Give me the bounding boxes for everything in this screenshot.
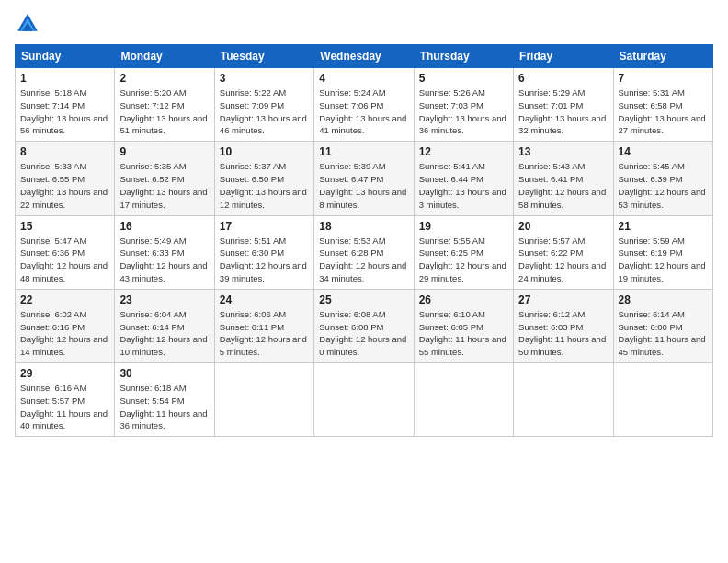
day-number: 30 (119, 367, 209, 380)
calendar-cell: 12Sunrise: 5:41 AMSunset: 6:44 PMDayligh… (414, 142, 513, 215)
logo-icon (15, 11, 40, 37)
page: SundayMondayTuesdayWednesdayThursdayFrid… (0, 0, 728, 563)
day-number: 7 (619, 72, 708, 85)
day-info: Sunrise: 5:51 AMSunset: 6:30 PMDaylight:… (220, 236, 307, 283)
day-number: 27 (518, 293, 608, 306)
day-number: 3 (220, 72, 309, 85)
day-info: Sunrise: 6:08 AMSunset: 6:08 PMDaylight:… (319, 309, 406, 357)
day-number: 6 (518, 72, 608, 85)
day-info: Sunrise: 5:57 AMSunset: 6:22 PMDaylight:… (518, 236, 606, 283)
logo (15, 11, 44, 37)
day-info: Sunrise: 6:16 AMSunset: 5:57 PMDaylight:… (20, 383, 108, 431)
day-info: Sunrise: 6:10 AMSunset: 6:05 PMDaylight:… (419, 309, 506, 357)
calendar-cell: 14Sunrise: 5:45 AMSunset: 6:39 PMDayligh… (613, 142, 712, 215)
day-number: 29 (20, 367, 109, 380)
day-info: Sunrise: 5:47 AMSunset: 6:36 PMDaylight:… (20, 236, 108, 283)
day-number: 4 (319, 72, 408, 85)
calendar-cell: 2Sunrise: 5:20 AMSunset: 7:12 PMDaylight… (115, 68, 214, 142)
day-number: 12 (419, 145, 508, 158)
calendar-cell: 19Sunrise: 5:55 AMSunset: 6:25 PMDayligh… (414, 215, 513, 289)
day-info: Sunrise: 5:33 AMSunset: 6:55 PMDaylight:… (20, 161, 108, 209)
day-number: 9 (119, 145, 209, 158)
day-info: Sunrise: 5:22 AMSunset: 7:09 PMDaylight:… (220, 87, 307, 135)
day-info: Sunrise: 5:55 AMSunset: 6:25 PMDaylight:… (419, 236, 506, 283)
calendar-cell: 4Sunrise: 5:24 AMSunset: 7:06 PMDaylight… (314, 68, 414, 142)
calendar-cell: 30Sunrise: 6:18 AMSunset: 5:54 PMDayligh… (115, 363, 214, 437)
weekday-header-row: SundayMondayTuesdayWednesdayThursdayFrid… (16, 45, 713, 68)
day-info: Sunrise: 5:24 AMSunset: 7:06 PMDaylight:… (319, 87, 406, 135)
day-info: Sunrise: 5:29 AMSunset: 7:01 PMDaylight:… (518, 87, 606, 135)
day-number: 14 (619, 145, 708, 158)
day-number: 16 (119, 220, 209, 233)
day-number: 19 (419, 220, 508, 233)
weekday-thursday: Thursday (414, 45, 513, 68)
day-number: 24 (220, 293, 309, 306)
calendar-cell: 26Sunrise: 6:10 AMSunset: 6:05 PMDayligh… (414, 289, 513, 362)
week-row-3: 15Sunrise: 5:47 AMSunset: 6:36 PMDayligh… (16, 215, 713, 289)
day-number: 11 (319, 145, 408, 158)
day-number: 13 (518, 145, 608, 158)
day-info: Sunrise: 6:18 AMSunset: 5:54 PMDaylight:… (119, 383, 207, 431)
calendar-cell: 17Sunrise: 5:51 AMSunset: 6:30 PMDayligh… (214, 215, 313, 289)
day-number: 22 (20, 293, 109, 306)
day-info: Sunrise: 5:37 AMSunset: 6:50 PMDaylight:… (220, 161, 307, 209)
calendar-cell: 3Sunrise: 5:22 AMSunset: 7:09 PMDaylight… (214, 68, 313, 142)
calendar-cell: 29Sunrise: 6:16 AMSunset: 5:57 PMDayligh… (16, 363, 115, 437)
day-number: 23 (119, 293, 209, 306)
day-number: 8 (20, 145, 109, 158)
day-number: 15 (20, 220, 109, 233)
day-number: 28 (619, 293, 708, 306)
calendar-table: SundayMondayTuesdayWednesdayThursdayFrid… (15, 44, 713, 437)
calendar-cell (514, 363, 613, 437)
calendar-body: 1Sunrise: 5:18 AMSunset: 7:14 PMDaylight… (16, 68, 713, 437)
day-number: 20 (518, 220, 608, 233)
calendar-cell: 15Sunrise: 5:47 AMSunset: 6:36 PMDayligh… (16, 215, 115, 289)
calendar-cell: 22Sunrise: 6:02 AMSunset: 6:16 PMDayligh… (16, 289, 115, 362)
day-info: Sunrise: 5:31 AMSunset: 6:58 PMDaylight:… (619, 87, 706, 135)
day-info: Sunrise: 5:18 AMSunset: 7:14 PMDaylight:… (20, 87, 108, 135)
weekday-monday: Monday (115, 45, 214, 68)
calendar-cell: 10Sunrise: 5:37 AMSunset: 6:50 PMDayligh… (214, 142, 313, 215)
calendar-cell: 24Sunrise: 6:06 AMSunset: 6:11 PMDayligh… (214, 289, 313, 362)
day-info: Sunrise: 5:45 AMSunset: 6:39 PMDaylight:… (619, 161, 706, 209)
day-info: Sunrise: 5:49 AMSunset: 6:33 PMDaylight:… (119, 236, 207, 283)
calendar-cell: 16Sunrise: 5:49 AMSunset: 6:33 PMDayligh… (115, 215, 214, 289)
day-number: 17 (220, 220, 309, 233)
day-number: 2 (119, 72, 209, 85)
calendar-cell: 7Sunrise: 5:31 AMSunset: 6:58 PMDaylight… (613, 68, 712, 142)
day-info: Sunrise: 6:12 AMSunset: 6:03 PMDaylight:… (518, 309, 606, 357)
day-number: 18 (319, 220, 408, 233)
calendar-cell: 9Sunrise: 5:35 AMSunset: 6:52 PMDaylight… (115, 142, 214, 215)
day-info: Sunrise: 6:02 AMSunset: 6:16 PMDaylight:… (20, 309, 108, 357)
calendar-cell: 5Sunrise: 5:26 AMSunset: 7:03 PMDaylight… (414, 68, 513, 142)
calendar-cell: 27Sunrise: 6:12 AMSunset: 6:03 PMDayligh… (514, 289, 613, 362)
weekday-saturday: Saturday (613, 45, 712, 68)
day-info: Sunrise: 6:14 AMSunset: 6:00 PMDaylight:… (619, 309, 706, 357)
day-info: Sunrise: 6:04 AMSunset: 6:14 PMDaylight:… (119, 309, 207, 357)
weekday-wednesday: Wednesday (314, 45, 414, 68)
day-info: Sunrise: 6:06 AMSunset: 6:11 PMDaylight:… (220, 309, 307, 357)
calendar-cell (414, 363, 513, 437)
day-info: Sunrise: 5:59 AMSunset: 6:19 PMDaylight:… (619, 236, 706, 283)
day-number: 5 (419, 72, 508, 85)
day-info: Sunrise: 5:53 AMSunset: 6:28 PMDaylight:… (319, 236, 406, 283)
header (15, 11, 713, 37)
week-row-1: 1Sunrise: 5:18 AMSunset: 7:14 PMDaylight… (16, 68, 713, 142)
calendar-cell: 8Sunrise: 5:33 AMSunset: 6:55 PMDaylight… (16, 142, 115, 215)
week-row-5: 29Sunrise: 6:16 AMSunset: 5:57 PMDayligh… (16, 363, 713, 437)
week-row-4: 22Sunrise: 6:02 AMSunset: 6:16 PMDayligh… (16, 289, 713, 362)
calendar-cell: 18Sunrise: 5:53 AMSunset: 6:28 PMDayligh… (314, 215, 414, 289)
calendar-cell (314, 363, 414, 437)
calendar-cell: 6Sunrise: 5:29 AMSunset: 7:01 PMDaylight… (514, 68, 613, 142)
calendar-cell: 1Sunrise: 5:18 AMSunset: 7:14 PMDaylight… (16, 68, 115, 142)
calendar-cell (613, 363, 712, 437)
calendar-cell (214, 363, 313, 437)
day-info: Sunrise: 5:35 AMSunset: 6:52 PMDaylight:… (119, 161, 207, 209)
day-info: Sunrise: 5:26 AMSunset: 7:03 PMDaylight:… (419, 87, 506, 135)
calendar-cell: 13Sunrise: 5:43 AMSunset: 6:41 PMDayligh… (514, 142, 613, 215)
day-info: Sunrise: 5:43 AMSunset: 6:41 PMDaylight:… (518, 161, 606, 209)
day-info: Sunrise: 5:39 AMSunset: 6:47 PMDaylight:… (319, 161, 406, 209)
weekday-sunday: Sunday (16, 45, 115, 68)
day-number: 1 (20, 72, 109, 85)
calendar-cell: 20Sunrise: 5:57 AMSunset: 6:22 PMDayligh… (514, 215, 613, 289)
